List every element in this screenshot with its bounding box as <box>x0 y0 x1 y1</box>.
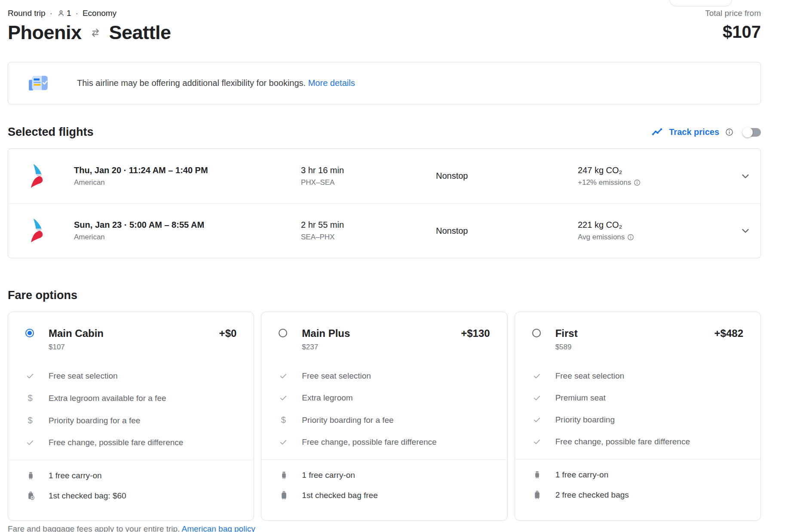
fare-delta-price: +$130 <box>461 327 490 339</box>
fee-dollar-icon: $ <box>25 393 35 403</box>
flight-info: Sun, Jan 23 · 5:00 AM – 8:55 AM American <box>74 220 301 242</box>
fare-options-title: Fare options <box>8 289 761 302</box>
flight-duration: 3 hr 16 min <box>301 165 436 175</box>
swap-arrows-icon <box>89 26 102 40</box>
origin-city: Phoenix <box>8 21 82 44</box>
expand-flight-button[interactable] <box>730 170 760 182</box>
check-icon <box>279 438 288 446</box>
separator-dot: · <box>50 9 52 18</box>
feature-row: Free change, possible fare difference <box>25 438 236 447</box>
fare-card-main-plus[interactable]: Main Plus +$130 $237 Free seat selection… <box>261 312 507 521</box>
fare-options-row: Main Cabin +$0 $107 Free seat selection … <box>8 312 761 521</box>
info-icon[interactable] <box>634 179 641 186</box>
fare-name: First <box>555 327 578 339</box>
total-price-block: Total price from $107 <box>705 9 761 42</box>
track-prices-label[interactable]: Track prices <box>669 127 719 137</box>
flight-co2: 247 kg CO₂ <box>578 165 730 175</box>
checked-bag-icon <box>279 490 289 500</box>
fare-card-main-cabin[interactable]: Main Cabin +$0 $107 Free seat selection … <box>8 312 254 521</box>
american-airlines-logo <box>25 217 54 244</box>
flight-co2: 221 kg CO₂ <box>578 220 730 230</box>
bag-row: 1st checked bag: $60 <box>25 491 236 501</box>
feature-text: Free change, possible fare difference <box>555 437 690 446</box>
info-icon[interactable] <box>725 128 733 136</box>
passenger-count-value: 1 <box>67 9 71 18</box>
flight-datetime: Thu, Jan 20 · 11:24 AM – 1:40 PM <box>74 165 301 175</box>
banner-message-text: This airline may be offering additional … <box>77 78 306 88</box>
feature-row: $ Priority boarding for a fee <box>279 415 490 425</box>
flight-stops-col: Nonstop <box>436 226 578 236</box>
feature-row: Premium seat <box>532 393 743 403</box>
bag-text: 2 free checked bags <box>555 490 629 500</box>
fee-dollar-icon: $ <box>279 415 288 425</box>
check-icon <box>25 372 35 380</box>
flight-stops-col: Nonstop <box>436 171 578 181</box>
bag-text: 1 free carry-on <box>49 471 102 480</box>
feature-row: $ Priority boarding for a fee <box>25 416 236 425</box>
bag-row: 1 free carry-on <box>25 471 236 480</box>
bag-row: 1st checked bag free <box>279 490 490 500</box>
carry-on-bag-icon <box>25 471 36 480</box>
feature-row: Free change, possible fare difference <box>279 437 490 447</box>
track-prices-toggle[interactable] <box>744 128 761 137</box>
flight-airline: American <box>74 233 301 242</box>
flight-route: SEA–PHX <box>301 233 436 242</box>
feature-text: Free seat selection <box>302 371 371 381</box>
flexibility-banner: This airline may be offering additional … <box>8 62 761 104</box>
bag-row: 1 free carry-on <box>532 470 743 480</box>
american-airlines-logo <box>25 163 54 190</box>
flight-info: Thu, Jan 20 · 11:24 AM – 1:40 PM America… <box>74 165 301 187</box>
radio-unselected[interactable] <box>532 329 541 337</box>
flight-row-return[interactable]: Sun, Jan 23 · 5:00 AM – 8:55 AM American… <box>8 203 760 258</box>
flight-stops: Nonstop <box>436 171 578 181</box>
cabin-class-label: Economy <box>83 9 117 18</box>
trip-type-label: Round trip <box>8 9 46 18</box>
flight-emissions-col: 247 kg CO₂ +12% emissions <box>578 165 730 187</box>
fare-card-first[interactable]: First +$482 $589 Free seat selection Pre… <box>515 312 761 521</box>
trip-summary: Round trip · 1 · Economy <box>8 9 761 18</box>
fare-name: Main Plus <box>302 327 350 339</box>
destination-city: Seattle <box>109 21 171 44</box>
bag-text: 1 free carry-on <box>555 470 609 480</box>
flight-duration-col: 3 hr 16 min PHX–SEA <box>301 165 436 187</box>
feature-text: Priority boarding for a fee <box>302 416 393 425</box>
fee-dollar-icon: $ <box>25 416 35 425</box>
passenger-count: 1 <box>57 9 71 18</box>
total-price-label: Total price from <box>705 9 761 18</box>
radio-unselected[interactable] <box>279 329 287 337</box>
expand-flight-button[interactable] <box>730 225 760 237</box>
fare-delta-price: +$0 <box>219 327 237 339</box>
check-icon <box>532 394 542 402</box>
feature-row: Free seat selection <box>532 371 743 381</box>
check-icon <box>532 437 542 446</box>
booking-flexibility-icon <box>27 73 52 94</box>
flight-duration-col: 2 hr 55 min SEA–PHX <box>301 220 436 242</box>
selected-flights-card: Thu, Jan 20 · 11:24 AM – 1:40 PM America… <box>8 148 761 258</box>
feature-text: Extra legroom available for a fee <box>49 394 166 403</box>
flight-stops: Nonstop <box>436 226 578 236</box>
check-icon <box>532 416 542 424</box>
check-icon <box>279 394 288 402</box>
bag-text: 1st checked bag free <box>302 491 377 500</box>
bag-policy-link[interactable]: American bag policy <box>182 524 255 532</box>
checked-bag-icon <box>532 490 543 500</box>
feature-row: Extra legroom <box>279 393 490 403</box>
check-icon <box>25 438 35 447</box>
bag-text: 1st checked bag: $60 <box>49 491 126 501</box>
bag-text: 1 free carry-on <box>302 471 355 480</box>
feature-text: Free seat selection <box>49 371 118 381</box>
flight-datetime: Sun, Jan 23 · 5:00 AM – 8:55 AM <box>74 220 301 230</box>
more-details-link[interactable]: More details <box>308 78 355 88</box>
fare-delta-price: +$482 <box>714 327 743 339</box>
trend-line-icon <box>651 126 663 138</box>
fare-policy-text: Fare and baggage fees apply to your enti… <box>8 524 180 532</box>
fare-policy-note: Fare and baggage fees apply to your enti… <box>8 524 761 532</box>
feature-row: Free change, possible fare difference <box>532 437 743 446</box>
carry-on-bag-icon <box>532 470 543 480</box>
info-icon[interactable] <box>627 234 634 241</box>
check-icon <box>532 372 542 380</box>
header: Round trip · 1 · Economy Phoenix Seattle… <box>8 0 761 44</box>
toggle-knob <box>742 127 753 138</box>
radio-selected[interactable] <box>25 329 34 337</box>
flight-row-outbound[interactable]: Thu, Jan 20 · 11:24 AM – 1:40 PM America… <box>8 149 760 203</box>
